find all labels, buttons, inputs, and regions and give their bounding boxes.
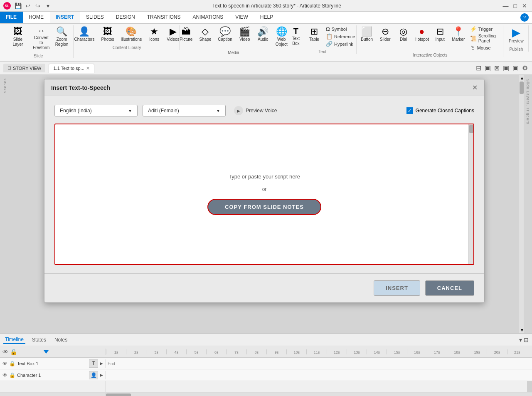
eye-all-icon[interactable]: 👁	[2, 349, 8, 355]
textbox1-eye-icon[interactable]: 👁	[2, 361, 7, 366]
ruler-8s: 8s	[246, 349, 266, 354]
insert-btn[interactable]: INSERT	[374, 280, 420, 296]
shape-icon: ◇	[202, 27, 209, 36]
view-icon-2[interactable]: ▣	[484, 63, 492, 73]
hscroll-thumb[interactable]	[106, 394, 131, 396]
vscroll-up-btn[interactable]: ▲	[519, 75, 524, 81]
photos-btn[interactable]: 🖼 Photos	[99, 25, 116, 44]
ruler-7s: 7s	[226, 349, 246, 354]
ruler-13s: 13s	[347, 349, 367, 354]
dialog-close-btn[interactable]: ✕	[472, 84, 478, 92]
tab-view[interactable]: VIEW	[229, 12, 254, 23]
tab-slide-view[interactable]: 1.1 Text to sp... ✕	[49, 64, 94, 73]
bottom-area: Timeline States Notes ▾ ⊟ 👁 🔒 1s 2s 3s 4…	[0, 333, 532, 396]
mouse-btn[interactable]: 🖱 Mouse	[468, 44, 502, 51]
character1-eye-icon[interactable]: 👁	[2, 372, 7, 378]
reference-btn[interactable]: 📋 Reference	[324, 33, 357, 40]
view-icon-3[interactable]: ⊠	[493, 63, 500, 73]
table-label: Table	[309, 37, 319, 42]
more-btn[interactable]: ▾	[43, 1, 52, 10]
tab-transitions[interactable]: TRANSITIONS	[141, 12, 187, 23]
restore-btn[interactable]: □	[512, 2, 519, 9]
caption-btn[interactable]: 💬 Caption	[215, 25, 234, 44]
dial-btn[interactable]: ◎ Dial	[395, 25, 412, 44]
textbox1-lock-icon[interactable]: 🔒	[9, 361, 15, 366]
ribbon-content: 🖼 Slide Layer ↔ Convert toFreeform 🔍 Zoo…	[0, 24, 532, 61]
tab-slides[interactable]: SLIDES	[80, 12, 110, 23]
ruler-11s: 11s	[306, 349, 326, 354]
table-btn[interactable]: ⊞ Table	[306, 25, 323, 44]
script-scrollbar-thumb[interactable]	[469, 125, 473, 133]
close-btn[interactable]: ✕	[520, 2, 529, 9]
vscroll-down-btn[interactable]: ▼	[519, 327, 524, 333]
video-btn[interactable]: 🎬 Video	[236, 25, 253, 44]
tab-help[interactable]: HELP	[254, 12, 279, 23]
zoom-region-btn[interactable]: 🔍 ZoomRegion	[53, 25, 70, 49]
text-label: Text	[318, 50, 326, 54]
settings-icon[interactable]: ⚙	[521, 63, 529, 73]
table-icon: ⊞	[310, 27, 318, 36]
view-icon-4[interactable]: ▣	[502, 63, 510, 73]
preview-btn[interactable]: ▶ Preview	[506, 25, 526, 45]
voice-dropdown[interactable]: Aditi (Female) ▼	[143, 105, 226, 116]
tab-design[interactable]: DESIGN	[110, 12, 141, 23]
audio-btn[interactable]: 🔊 Audio	[255, 25, 271, 44]
preview-voice-btn[interactable]: ▶ Preview Voice	[231, 104, 280, 117]
textbox-btn[interactable]: T TextBox	[288, 25, 304, 48]
hotspot-btn[interactable]: ● Hotspot	[414, 25, 430, 44]
cancel-btn[interactable]: CANCEL	[425, 280, 474, 296]
tab-insert[interactable]: INSERT	[50, 12, 80, 23]
minimize-btn[interactable]: —	[501, 2, 510, 9]
language-dropdown-arrow: ▼	[128, 109, 132, 113]
hyperlink-btn[interactable]: 🔗 Hyperlink	[324, 40, 357, 47]
vscroll-thumb[interactable]	[520, 82, 524, 94]
tab-file[interactable]: FILE	[0, 12, 23, 23]
slide-layer-btn[interactable]: 🖼 Slide Layer	[7, 25, 29, 49]
convert-freeform-label: Convert toFreeform	[33, 35, 50, 50]
tab-timeline[interactable]: Timeline	[3, 336, 25, 344]
convert-freeform-btn[interactable]: ↔ Convert toFreeform	[31, 25, 52, 52]
app-icon: SL	[3, 2, 11, 10]
undo-btn[interactable]: ↩	[23, 1, 32, 10]
save-btn[interactable]: 💾	[13, 1, 22, 10]
tab-animations[interactable]: ANIMATIONS	[187, 12, 229, 23]
timeline-hscroll[interactable]	[0, 393, 532, 396]
language-dropdown[interactable]: English (India) ▼	[54, 105, 138, 116]
tab-home[interactable]: HOME	[23, 12, 50, 23]
help-icon[interactable]: ?	[520, 13, 529, 22]
scrolling-panel-btn[interactable]: 📜 Scrolling Panel	[468, 33, 502, 44]
generate-captions-checkbox[interactable]: ✓	[406, 107, 413, 114]
redo-btn[interactable]: ↪	[33, 1, 42, 10]
tab-states[interactable]: States	[30, 336, 48, 344]
tab-story-view[interactable]: ⊟ STORY VIEW	[3, 64, 45, 72]
textbox-label: TextBox	[292, 36, 300, 46]
main-vscroll[interactable]: ▲ ▼	[519, 75, 524, 333]
video-label: Video	[239, 37, 250, 42]
lock-all-icon[interactable]: 🔒	[10, 349, 17, 355]
trigger-btn[interactable]: ⚡ Trigger	[468, 25, 502, 32]
symbol-btn[interactable]: Ω Symbol	[324, 25, 357, 32]
reference-icon: 📋	[326, 33, 332, 40]
picture-btn[interactable]: 🏔 Picture	[177, 25, 195, 44]
timeline-expand-icon[interactable]: ⊟	[524, 337, 529, 343]
timeline-collapse-icon[interactable]: ▾	[519, 337, 522, 343]
marker-btn[interactable]: 📍 Marker	[450, 25, 467, 44]
characters-btn[interactable]: 👤 Characters	[72, 25, 97, 44]
shape-btn[interactable]: ◇ Shape	[197, 25, 214, 44]
view-icon-1[interactable]: ⊟	[475, 63, 482, 73]
illustrations-btn[interactable]: 🎨 Illustrations	[118, 25, 145, 44]
tab-close-icon[interactable]: ✕	[86, 66, 90, 71]
input-btn[interactable]: ⊟ Input	[432, 25, 448, 44]
textbox1-arrow[interactable]: ▶	[100, 361, 103, 366]
slider-btn[interactable]: ⊖ Slider	[377, 25, 394, 44]
character1-arrow[interactable]: ▶	[100, 373, 103, 377]
button-btn[interactable]: ⬜ Button	[359, 25, 375, 44]
tab-notes[interactable]: Notes	[53, 336, 69, 344]
character1-lock-icon[interactable]: 🔒	[9, 372, 15, 378]
view-icon-5[interactable]: ▣	[512, 63, 520, 73]
slide-view-label: 1.1 Text to sp...	[53, 66, 84, 71]
copy-from-slide-notes-btn[interactable]: COPY FROM SLIDE NOTES	[207, 199, 321, 215]
generate-captions-row: ✓ Generate Closed Captions	[406, 107, 474, 114]
script-scrollbar[interactable]	[468, 124, 473, 264]
icons-btn[interactable]: ★ Icons	[146, 25, 163, 44]
